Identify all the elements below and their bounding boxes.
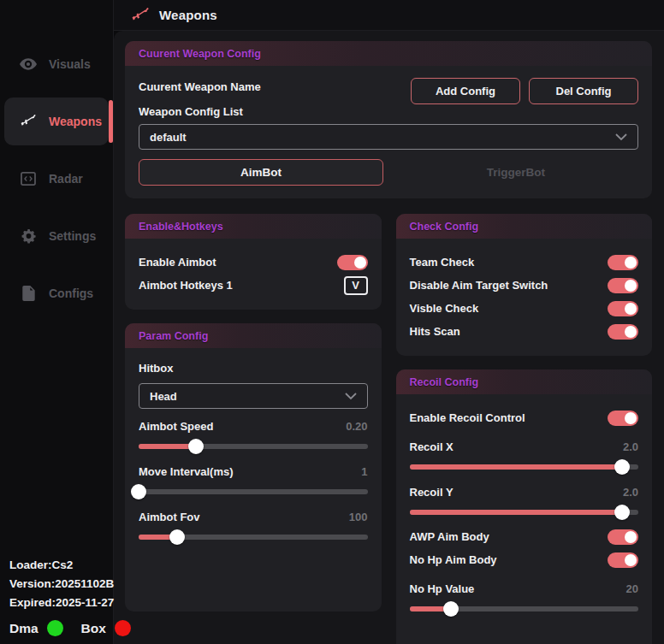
slider-knob[interactable] [614, 505, 630, 520]
move-interval-slider[interactable] [139, 484, 368, 499]
sidebar-item-configs[interactable]: Configs [4, 269, 109, 317]
hitbox-selected-value: Head [150, 390, 177, 403]
visible-check-toggle[interactable] [608, 301, 638, 316]
tab-triggerbot[interactable]: TriggerBot [394, 159, 638, 186]
weapons-page-icon [131, 8, 150, 23]
section-header: Cuurent Weapon Config [125, 41, 652, 66]
aimbot-speed-slider[interactable] [139, 439, 368, 454]
slider-knob[interactable] [188, 439, 204, 454]
right-column: Check Config Team Check Disable Aim Targ… [396, 214, 653, 644]
recoil-y-slider[interactable] [410, 505, 639, 520]
aimbot-speed-value: 0.20 [346, 420, 367, 433]
box-status-dot [115, 620, 131, 636]
aimbot-hotkey-keybind[interactable]: V [344, 276, 368, 295]
current-weapon-name-label: Cuurent Weapon Name [139, 80, 261, 93]
team-check-label: Team Check [410, 256, 475, 269]
awp-aim-body-toggle[interactable] [608, 529, 638, 545]
team-check-row: Team Check [410, 251, 639, 274]
hits-scan-row: Hits Scan [410, 320, 639, 343]
weapon-config-list-label: Weapon Config List [139, 105, 261, 118]
visible-check-label: Visble Check [410, 302, 479, 315]
content-panel: Cuurent Weapon Config Cuurent Weapon Nam… [114, 31, 664, 644]
sidebar-item-settings[interactable]: Settings [4, 212, 109, 260]
aimbot-fov-group: Aimbot Fov 100 [139, 511, 368, 545]
left-column: Enable&Hotkeys Enable Aimbot Aimbot Hotk… [125, 214, 382, 644]
aimbot-hotkey-label: Aimbot Hotkeys 1 [139, 279, 233, 292]
slider-knob[interactable] [131, 484, 146, 499]
section-header: Enable&Hotkeys [125, 214, 382, 239]
slider-knob[interactable] [443, 601, 459, 617]
no-hp-value-label: No Hp Value [410, 582, 475, 595]
sidebar: Visuals Weapons Radar Settings [0, 0, 114, 644]
aimbot-fov-slider[interactable] [139, 529, 368, 545]
awp-aim-body-label: AWP Aim Body [410, 530, 489, 543]
enable-aimbot-label: Enable Aimbot [139, 256, 216, 269]
sidebar-item-label: Weapons [49, 115, 102, 128]
radar-icon [19, 172, 38, 186]
slider-knob[interactable] [169, 529, 185, 545]
move-interval-value: 1 [361, 465, 367, 478]
no-hp-value-slider[interactable] [410, 601, 639, 617]
hitbox-label: Hitbox [139, 362, 173, 375]
section-title: Recoil Config [410, 376, 479, 388]
main-area: Weapons Cuurent Weapon Config Cuurent We… [114, 0, 664, 644]
recoil-y-value: 2.0 [623, 486, 638, 499]
check-config-card: Check Config Team Check Disable Aim Targ… [396, 214, 653, 356]
tab-aimbot[interactable]: AimBot [139, 159, 383, 186]
recoil-y-group: Recoil Y 2.0 [410, 486, 639, 520]
app-window: Visuals Weapons Radar Settings [0, 0, 664, 644]
two-column-layout: Enable&Hotkeys Enable Aimbot Aimbot Hotk… [125, 214, 652, 644]
section-header: Recoil Config [396, 369, 653, 394]
slider-knob[interactable] [614, 459, 630, 475]
disable-aim-target-switch-label: Disable Aim Target Switch [410, 279, 548, 292]
recoil-x-group: Recoil X 2.0 [410, 440, 639, 475]
dma-label: Dma [9, 621, 39, 636]
team-check-toggle[interactable] [608, 255, 638, 270]
disable-aim-target-switch-toggle[interactable] [608, 278, 638, 293]
recoil-y-label: Recoil Y [410, 486, 454, 499]
expired-text: Expired:2025-11-27 [9, 594, 131, 612]
rifle-icon [19, 115, 38, 128]
enable-recoil-control-label: Enable Recoil Control [410, 411, 525, 424]
enable-recoil-control-toggle[interactable] [608, 411, 638, 426]
aimbot-speed-group: Aimbot Speed 0.20 [139, 420, 368, 454]
aimbot-hotkey-row: Aimbot Hotkeys 1 V [139, 274, 368, 297]
loader-text: Loader:Cs2 [9, 556, 131, 575]
add-config-button[interactable]: Add Config [411, 78, 520, 104]
section-header: Param Config [125, 323, 382, 348]
sidebar-item-weapons[interactable]: Weapons [4, 97, 109, 145]
chevron-down-icon [615, 133, 627, 141]
gear-icon [19, 228, 38, 244]
param-config-card: Param Config Hitbox Head [125, 323, 382, 612]
feature-tabs: AimBot TriggerBot [139, 159, 638, 186]
hits-scan-toggle[interactable] [608, 324, 638, 340]
no-hp-aim-body-toggle[interactable] [608, 552, 638, 568]
enable-recoil-control-row: Enable Recoil Control [410, 406, 639, 429]
recoil-x-value: 2.0 [623, 440, 638, 453]
aimbot-speed-label: Aimbot Speed [139, 420, 213, 433]
topbar: Weapons [114, 0, 664, 31]
eye-icon [19, 58, 38, 70]
no-hp-value-value: 20 [626, 582, 638, 595]
enable-aimbot-toggle[interactable] [337, 255, 368, 270]
aimbot-fov-label: Aimbot Fov [139, 511, 200, 523]
sidebar-item-label: Radar [49, 172, 83, 186]
card-body: Cuurent Weapon Name Weapon Config List A… [125, 66, 652, 198]
no-hp-aim-body-label: No Hp Aim Body [410, 553, 497, 566]
no-hp-aim-body-row: No Hp Aim Body [410, 548, 639, 571]
recoil-x-label: Recoil X [410, 440, 454, 453]
section-title: Enable&Hotkeys [139, 221, 223, 233]
disable-aim-target-switch-row: Disable Aim Target Switch [410, 274, 639, 297]
enable-aimbot-row: Enable Aimbot [139, 251, 368, 274]
weapon-config-select[interactable]: default [139, 124, 638, 150]
sidebar-item-visuals[interactable]: Visuals [4, 40, 109, 88]
recoil-x-slider[interactable] [410, 459, 639, 475]
del-config-button[interactable]: Del Config [529, 78, 638, 104]
sidebar-footer: Loader:Cs2 Version:20251102B Expired:202… [9, 556, 131, 636]
hitbox-select[interactable]: Head [139, 383, 368, 409]
chevron-down-icon [345, 393, 357, 400]
sidebar-item-radar[interactable]: Radar [4, 155, 109, 203]
section-header: Check Config [396, 214, 653, 239]
weapon-config-selected-value: default [150, 131, 187, 144]
sidebar-nav: Visuals Weapons Radar Settings [0, 0, 113, 317]
